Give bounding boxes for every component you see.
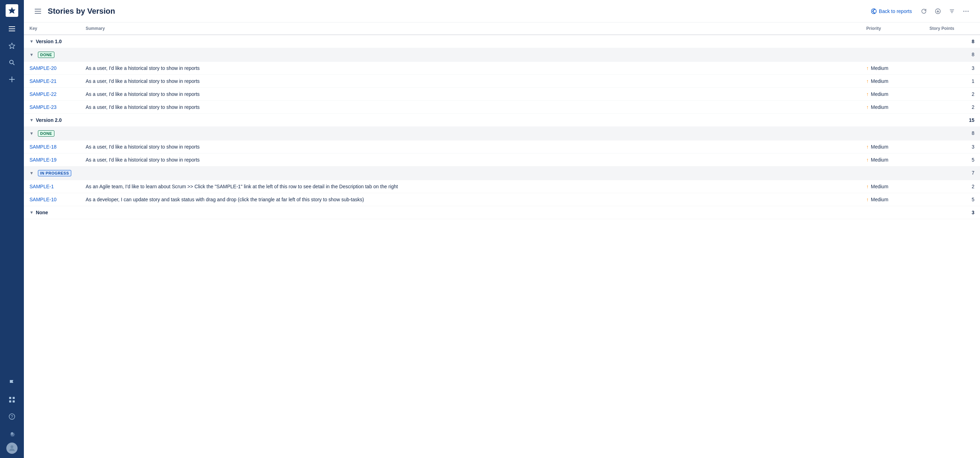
points-sample19: 5	[924, 153, 980, 166]
svg-point-24	[964, 11, 964, 11]
story-summary-sample21: As a user, I'd like a historical story t…	[80, 75, 861, 88]
table-row: SAMPLE-19 As a user, I'd like a historic…	[24, 153, 980, 166]
table-row: SAMPLE-1 As an Agile team, I'd like to l…	[24, 180, 980, 193]
svg-rect-3	[9, 30, 15, 31]
version-row-1: ▼ Version 1.0 8	[24, 35, 980, 48]
sidebar-item-search[interactable]	[4, 55, 20, 70]
svg-text:?: ?	[11, 415, 13, 420]
status-badge-done-1: DONE	[38, 52, 55, 58]
sidebar-item-menu[interactable]	[4, 21, 20, 37]
none-label: None	[36, 210, 48, 215]
done-2-group-points: 8	[924, 127, 980, 140]
table-row: SAMPLE-18 As a user, I'd like a historic…	[24, 140, 980, 153]
status-badge-done-2: DONE	[38, 130, 55, 137]
story-summary-sample1: As an Agile team, I'd like to learn abou…	[80, 180, 861, 193]
priority-arrow-sample18: ↑	[866, 144, 869, 150]
avatar[interactable]	[6, 442, 18, 454]
svg-line-6	[13, 64, 15, 65]
table-row: SAMPLE-23 As a user, I'd like a historic…	[24, 101, 980, 114]
points-sample18: 3	[924, 140, 980, 153]
sidebar-item-create[interactable]	[4, 72, 20, 87]
story-key-sample18[interactable]: SAMPLE-18	[30, 144, 57, 150]
version-1-chevron[interactable]: ▼	[30, 39, 34, 44]
points-sample23: 2	[924, 101, 980, 114]
version-row-2: ▼ Version 2.0 15	[24, 114, 980, 127]
priority-arrow-sample21: ↑	[866, 78, 869, 84]
priority-text-sample22: Medium	[871, 91, 888, 97]
table-container: Key Summary Priority Story Points ▼ Vers…	[24, 22, 980, 458]
priority-arrow-sample23: ↑	[866, 104, 869, 110]
back-to-reports-button[interactable]: Back to reports	[868, 6, 915, 16]
priority-text-sample21: Medium	[871, 78, 888, 84]
sidebar-item-grid[interactable]	[4, 392, 20, 407]
story-key-sample23[interactable]: SAMPLE-23	[30, 104, 57, 110]
svg-rect-18	[35, 13, 41, 14]
table-row: SAMPLE-21 As a user, I'd like a historic…	[24, 75, 980, 88]
header-menu-button[interactable]	[32, 6, 43, 17]
svg-rect-9	[9, 397, 11, 399]
done-2-chevron[interactable]: ▼	[30, 131, 34, 136]
header-actions: Back to reports	[868, 6, 972, 17]
svg-rect-16	[35, 9, 41, 10]
none-chevron[interactable]: ▼	[30, 210, 34, 215]
col-header-key: Key	[24, 22, 80, 35]
more-button[interactable]	[960, 6, 972, 17]
priority-text-sample1: Medium	[871, 184, 888, 189]
table-row: SAMPLE-22 As a user, I'd like a historic…	[24, 88, 980, 101]
points-sample10: 5	[924, 193, 980, 206]
sidebar: ?	[0, 0, 24, 458]
priority-text-sample10: Medium	[871, 197, 888, 202]
priority-arrow-sample1: ↑	[866, 184, 869, 189]
story-summary-sample10: As a developer, I can update story and t…	[80, 193, 861, 206]
story-summary-sample22: As a user, I'd like a historical story t…	[80, 88, 861, 101]
filter-button[interactable]	[946, 6, 958, 17]
story-summary-sample18: As a user, I'd like a historical story t…	[80, 140, 861, 153]
refresh-button[interactable]	[918, 6, 929, 17]
back-to-reports-label: Back to reports	[879, 8, 912, 14]
svg-point-15	[11, 445, 13, 448]
priority-text-sample23: Medium	[871, 104, 888, 110]
story-key-sample19[interactable]: SAMPLE-19	[30, 157, 57, 163]
status-row-done-2: ▼ DONE 8	[24, 127, 980, 140]
export-button[interactable]	[932, 6, 943, 17]
done-1-group-points: 8	[924, 48, 980, 62]
svg-rect-2	[9, 29, 15, 29]
sidebar-item-favorites[interactable]	[4, 38, 20, 53]
sidebar-item-flag[interactable]	[4, 375, 20, 391]
sidebar-item-settings[interactable]	[4, 426, 20, 441]
svg-point-25	[966, 11, 967, 11]
status-row-done-1: ▼ DONE 8	[24, 48, 980, 62]
story-key-sample1[interactable]: SAMPLE-1	[30, 184, 54, 189]
done-1-chevron[interactable]: ▼	[30, 52, 34, 57]
page-title: Stories by Version	[48, 7, 864, 16]
version-row-none: ▼ None 3	[24, 206, 980, 219]
svg-rect-11	[9, 401, 11, 402]
svg-point-5	[10, 61, 13, 64]
points-sample20: 3	[924, 62, 980, 75]
priority-arrow-sample20: ↑	[866, 65, 869, 71]
status-badge-inprogress: IN PROGRESS	[38, 170, 72, 176]
sidebar-item-help[interactable]: ?	[4, 409, 20, 424]
priority-text-sample19: Medium	[871, 157, 888, 163]
col-header-priority: Priority	[861, 22, 924, 35]
story-key-sample20[interactable]: SAMPLE-20	[30, 65, 57, 71]
svg-rect-10	[13, 397, 15, 399]
story-summary-sample20: As a user, I'd like a historical story t…	[80, 62, 861, 75]
points-sample22: 2	[924, 88, 980, 101]
main-content: Stories by Version Back to reports	[24, 0, 980, 458]
priority-arrow-sample22: ↑	[866, 91, 869, 97]
story-summary-sample19: As a user, I'd like a historical story t…	[80, 153, 861, 166]
story-key-sample21[interactable]: SAMPLE-21	[30, 78, 57, 84]
version-2-total-points: 15	[924, 114, 980, 127]
story-key-sample22[interactable]: SAMPLE-22	[30, 91, 57, 97]
inprogress-group-points: 7	[924, 166, 980, 180]
story-key-sample10[interactable]: SAMPLE-10	[30, 197, 57, 202]
svg-rect-12	[13, 401, 15, 402]
logo[interactable]	[6, 4, 18, 17]
version-2-chevron[interactable]: ▼	[30, 118, 34, 123]
priority-arrow-sample19: ↑	[866, 157, 869, 163]
inprogress-chevron[interactable]: ▼	[30, 171, 34, 176]
svg-marker-4	[9, 43, 15, 49]
points-sample21: 1	[924, 75, 980, 88]
version-2-label: Version 2.0	[36, 117, 62, 123]
